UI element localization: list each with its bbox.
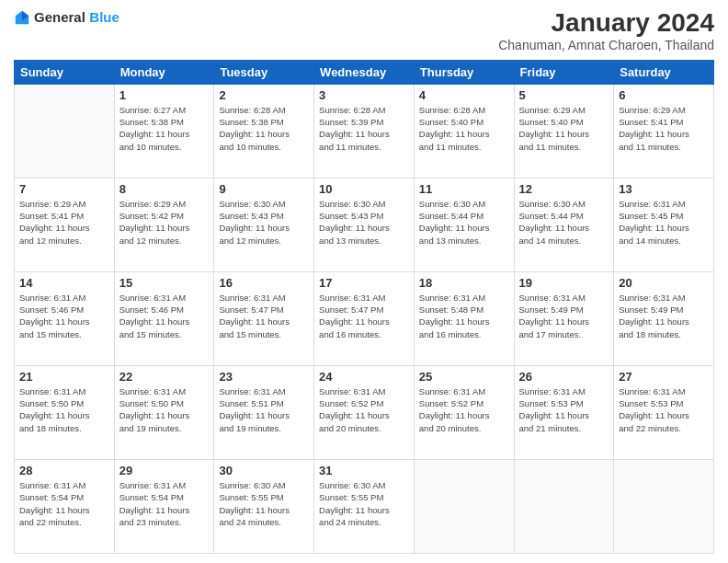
calendar-cell: 9Sunrise: 6:30 AMSunset: 5:43 PMDaylight…	[214, 178, 314, 271]
header-monday: Monday	[114, 60, 214, 84]
calendar-week-row-3: 14Sunrise: 6:31 AMSunset: 5:46 PMDayligh…	[15, 271, 714, 365]
day-info: Sunrise: 6:30 AMSunset: 5:55 PMDaylight:…	[219, 479, 309, 528]
day-info: Sunrise: 6:31 AMSunset: 5:46 PMDaylight:…	[119, 292, 210, 340]
calendar-cell: 25Sunrise: 6:31 AMSunset: 5:52 PMDayligh…	[414, 365, 514, 459]
day-info: Sunrise: 6:31 AMSunset: 5:47 PMDaylight:…	[219, 292, 309, 340]
calendar-cell: 13Sunrise: 6:31 AMSunset: 5:45 PMDayligh…	[614, 178, 714, 271]
day-info: Sunrise: 6:28 AMSunset: 5:39 PMDaylight:…	[319, 104, 409, 153]
subtitle: Chanuman, Amnat Charoen, Thailand	[498, 38, 714, 52]
calendar-cell: 10Sunrise: 6:30 AMSunset: 5:43 PMDayligh…	[314, 178, 415, 271]
weekday-header-row: Sunday Monday Tuesday Wednesday Thursday…	[15, 60, 714, 84]
day-number: 12	[519, 182, 609, 196]
day-number: 6	[619, 88, 709, 102]
day-info: Sunrise: 6:31 AMSunset: 5:45 PMDaylight:…	[619, 198, 709, 247]
day-number: 31	[319, 464, 409, 477]
day-number: 16	[219, 276, 309, 290]
header-thursday: Thursday	[414, 60, 514, 84]
calendar-cell: 8Sunrise: 6:29 AMSunset: 5:42 PMDaylight…	[114, 178, 214, 271]
day-number: 21	[19, 370, 109, 384]
day-number: 18	[419, 276, 509, 290]
day-number: 27	[619, 370, 709, 384]
day-info: Sunrise: 6:30 AMSunset: 5:43 PMDaylight:…	[219, 198, 309, 247]
day-info: Sunrise: 6:31 AMSunset: 5:52 PMDaylight:…	[319, 385, 409, 434]
calendar-cell: 24Sunrise: 6:31 AMSunset: 5:52 PMDayligh…	[314, 365, 415, 459]
header-sunday: Sunday	[15, 60, 115, 84]
day-number: 23	[219, 370, 309, 384]
day-info: Sunrise: 6:31 AMSunset: 5:53 PMDaylight:…	[619, 385, 709, 434]
calendar-cell: 6Sunrise: 6:29 AMSunset: 5:41 PMDaylight…	[614, 84, 714, 178]
calendar-cell	[514, 459, 614, 553]
calendar-cell: 26Sunrise: 6:31 AMSunset: 5:53 PMDayligh…	[514, 365, 614, 459]
logo-blue: Blue	[89, 9, 119, 25]
day-number: 14	[19, 276, 109, 290]
calendar-cell: 21Sunrise: 6:31 AMSunset: 5:50 PMDayligh…	[15, 365, 115, 459]
calendar-week-row-1: 1Sunrise: 6:27 AMSunset: 5:38 PMDaylight…	[15, 84, 714, 178]
day-info: Sunrise: 6:31 AMSunset: 5:48 PMDaylight:…	[419, 292, 509, 340]
calendar-cell: 30Sunrise: 6:30 AMSunset: 5:55 PMDayligh…	[214, 459, 314, 553]
day-info: Sunrise: 6:31 AMSunset: 5:53 PMDaylight:…	[519, 385, 609, 434]
calendar-week-row-4: 21Sunrise: 6:31 AMSunset: 5:50 PMDayligh…	[15, 365, 714, 459]
day-number: 11	[419, 182, 509, 196]
calendar-cell: 7Sunrise: 6:29 AMSunset: 5:41 PMDaylight…	[15, 178, 115, 271]
day-number: 1	[119, 88, 210, 102]
header-saturday: Saturday	[614, 60, 714, 84]
day-info: Sunrise: 6:31 AMSunset: 5:47 PMDaylight:…	[319, 292, 409, 340]
header-friday: Friday	[514, 60, 614, 84]
calendar-cell	[414, 459, 514, 553]
day-info: Sunrise: 6:30 AMSunset: 5:55 PMDaylight:…	[319, 479, 409, 528]
day-number: 17	[319, 276, 409, 290]
day-info: Sunrise: 6:31 AMSunset: 5:46 PMDaylight:…	[19, 292, 109, 340]
day-number: 5	[519, 88, 609, 102]
day-number: 24	[319, 370, 409, 384]
day-info: Sunrise: 6:29 AMSunset: 5:41 PMDaylight:…	[19, 198, 109, 247]
calendar-cell: 17Sunrise: 6:31 AMSunset: 5:47 PMDayligh…	[314, 271, 415, 365]
calendar-week-row-2: 7Sunrise: 6:29 AMSunset: 5:41 PMDaylight…	[15, 178, 714, 271]
calendar-cell: 14Sunrise: 6:31 AMSunset: 5:46 PMDayligh…	[15, 271, 115, 365]
day-number: 22	[119, 370, 210, 384]
day-info: Sunrise: 6:29 AMSunset: 5:41 PMDaylight:…	[619, 104, 709, 153]
calendar-cell	[614, 459, 714, 553]
calendar-cell: 4Sunrise: 6:28 AMSunset: 5:40 PMDaylight…	[414, 84, 514, 178]
day-info: Sunrise: 6:30 AMSunset: 5:43 PMDaylight:…	[319, 198, 409, 247]
day-number: 28	[19, 464, 109, 477]
calendar-week-row-5: 28Sunrise: 6:31 AMSunset: 5:54 PMDayligh…	[15, 459, 714, 553]
day-info: Sunrise: 6:29 AMSunset: 5:40 PMDaylight:…	[519, 104, 609, 153]
calendar-cell: 22Sunrise: 6:31 AMSunset: 5:50 PMDayligh…	[114, 365, 214, 459]
day-number: 10	[319, 182, 409, 196]
header-wednesday: Wednesday	[314, 60, 415, 84]
title-area: January 2024 Chanuman, Amnat Charoen, Th…	[498, 9, 714, 52]
calendar-cell: 2Sunrise: 6:28 AMSunset: 5:38 PMDaylight…	[214, 84, 314, 178]
calendar-cell: 12Sunrise: 6:30 AMSunset: 5:44 PMDayligh…	[514, 178, 614, 271]
calendar-cell	[15, 84, 115, 178]
day-number: 13	[619, 182, 709, 196]
calendar-cell: 19Sunrise: 6:31 AMSunset: 5:49 PMDayligh…	[514, 271, 614, 365]
day-number: 15	[119, 276, 210, 290]
day-info: Sunrise: 6:28 AMSunset: 5:38 PMDaylight:…	[219, 104, 309, 153]
day-number: 8	[119, 182, 210, 196]
day-number: 9	[219, 182, 309, 196]
day-number: 26	[519, 370, 609, 384]
day-number: 3	[319, 88, 409, 102]
day-info: Sunrise: 6:31 AMSunset: 5:52 PMDaylight:…	[419, 385, 509, 434]
calendar-cell: 31Sunrise: 6:30 AMSunset: 5:55 PMDayligh…	[314, 459, 415, 553]
header-tuesday: Tuesday	[214, 60, 314, 84]
logo: General Blue	[14, 9, 119, 26]
main-title: January 2024	[498, 9, 714, 38]
calendar-cell: 28Sunrise: 6:31 AMSunset: 5:54 PMDayligh…	[15, 459, 115, 553]
day-info: Sunrise: 6:31 AMSunset: 5:49 PMDaylight:…	[619, 292, 709, 340]
calendar-cell: 29Sunrise: 6:31 AMSunset: 5:54 PMDayligh…	[114, 459, 214, 553]
calendar-table: Sunday Monday Tuesday Wednesday Thursday…	[14, 60, 714, 554]
calendar-cell: 1Sunrise: 6:27 AMSunset: 5:38 PMDaylight…	[114, 84, 214, 178]
day-info: Sunrise: 6:28 AMSunset: 5:40 PMDaylight:…	[419, 104, 509, 153]
logo-icon	[14, 9, 30, 26]
calendar-cell: 5Sunrise: 6:29 AMSunset: 5:40 PMDaylight…	[514, 84, 614, 178]
day-number: 7	[19, 182, 109, 196]
calendar-cell: 15Sunrise: 6:31 AMSunset: 5:46 PMDayligh…	[114, 271, 214, 365]
day-number: 20	[619, 276, 709, 290]
day-info: Sunrise: 6:27 AMSunset: 5:38 PMDaylight:…	[119, 104, 210, 153]
day-info: Sunrise: 6:30 AMSunset: 5:44 PMDaylight:…	[419, 198, 509, 247]
calendar-cell: 3Sunrise: 6:28 AMSunset: 5:39 PMDaylight…	[314, 84, 415, 178]
calendar-cell: 16Sunrise: 6:31 AMSunset: 5:47 PMDayligh…	[214, 271, 314, 365]
day-info: Sunrise: 6:31 AMSunset: 5:54 PMDaylight:…	[119, 479, 210, 528]
day-info: Sunrise: 6:31 AMSunset: 5:51 PMDaylight:…	[219, 385, 309, 434]
